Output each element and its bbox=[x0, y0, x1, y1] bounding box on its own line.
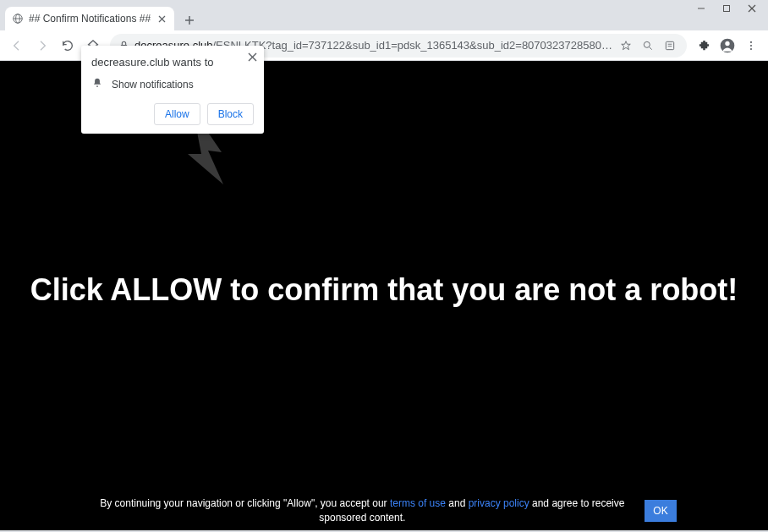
reload-button[interactable] bbox=[56, 34, 80, 58]
consent-bar: By continuing your navigation or clickin… bbox=[0, 496, 768, 525]
tab-strip: ## Confirm Notifications ## bbox=[0, 7, 768, 30]
new-tab-button[interactable] bbox=[179, 10, 200, 30]
notification-block-button[interactable]: Block bbox=[207, 103, 254, 125]
svg-point-12 bbox=[644, 41, 650, 47]
window-minimize-button[interactable] bbox=[688, 0, 714, 17]
window-maximize-button[interactable] bbox=[714, 0, 739, 17]
titlebar bbox=[0, 0, 768, 7]
svg-line-13 bbox=[650, 47, 652, 49]
terms-link[interactable]: terms of use bbox=[390, 497, 446, 509]
consent-text: By continuing your navigation or clickin… bbox=[91, 496, 633, 525]
notification-permission-row: Show notifications bbox=[91, 77, 254, 91]
window-close-button[interactable] bbox=[739, 0, 765, 17]
notification-buttons: Allow Block bbox=[91, 103, 254, 125]
bookmark-star-button[interactable] bbox=[617, 34, 634, 58]
privacy-link[interactable]: privacy policy bbox=[469, 497, 529, 509]
svg-point-20 bbox=[750, 44, 752, 46]
reader-icon[interactable] bbox=[661, 34, 678, 58]
tab-title: ## Confirm Notifications ## bbox=[29, 13, 151, 25]
svg-rect-14 bbox=[666, 41, 673, 49]
consent-mid: and bbox=[446, 497, 469, 509]
notification-close-button[interactable] bbox=[248, 51, 257, 64]
zoom-icon[interactable] bbox=[639, 34, 656, 58]
tab-close-button[interactable] bbox=[156, 13, 167, 25]
notification-origin-text: decreasure.club wants to bbox=[91, 56, 254, 69]
svg-rect-1 bbox=[724, 6, 730, 12]
toolbar-right bbox=[692, 34, 763, 58]
forward-button[interactable] bbox=[30, 34, 54, 58]
svg-point-19 bbox=[750, 41, 752, 42]
svg-point-18 bbox=[725, 41, 729, 45]
notification-allow-button[interactable]: Allow bbox=[154, 103, 200, 125]
consent-ok-button[interactable]: OK bbox=[645, 500, 676, 522]
headline-text: Click ALLOW to confirm that you are not … bbox=[0, 272, 768, 308]
url-path: /ESNLKTK?tag_id=737122&sub_id1=pdsk_1365… bbox=[213, 39, 613, 52]
notification-permission-popup: decreasure.club wants to Show notificati… bbox=[81, 46, 264, 134]
notification-permission-text: Show notifications bbox=[112, 79, 194, 90]
svg-point-25 bbox=[96, 85, 98, 87]
menu-button[interactable] bbox=[739, 34, 763, 58]
bell-icon bbox=[91, 77, 103, 91]
window-controls bbox=[688, 0, 765, 17]
svg-point-21 bbox=[750, 48, 752, 50]
profile-button[interactable] bbox=[716, 34, 739, 58]
consent-prefix: By continuing your navigation or clickin… bbox=[100, 497, 390, 509]
back-button[interactable] bbox=[5, 34, 29, 58]
browser-tab[interactable]: ## Confirm Notifications ## bbox=[5, 7, 174, 30]
globe-icon bbox=[12, 13, 24, 25]
extensions-button[interactable] bbox=[692, 34, 716, 58]
